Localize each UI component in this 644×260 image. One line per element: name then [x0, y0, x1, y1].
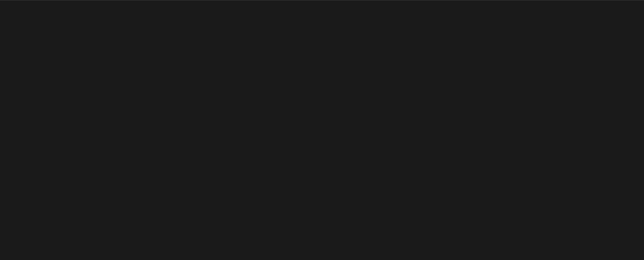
humidity-chart-container: Humidity by Sensor50607080901007/17 00:0… [0, 0, 644, 0]
